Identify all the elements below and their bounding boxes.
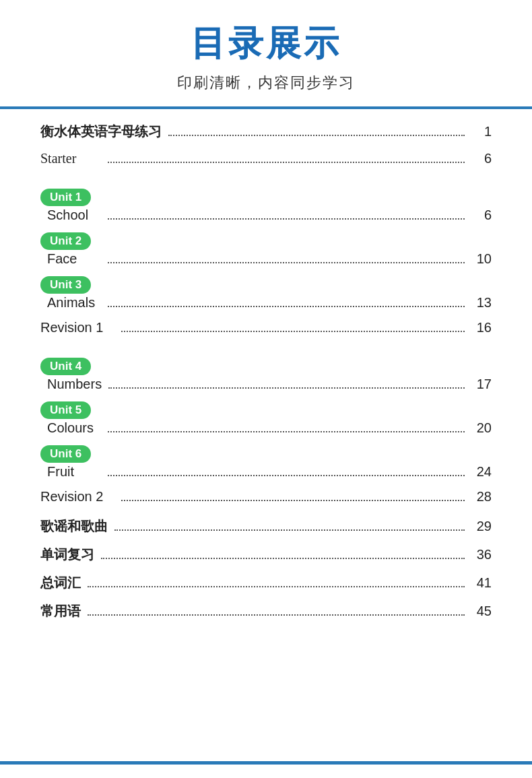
- toc-item-starter: Starter 6: [40, 151, 492, 175]
- unit-sub-label: Face: [47, 251, 101, 267]
- toc-dots: [108, 262, 465, 263]
- page: 目录展示 印刷清晰，内容同步学习 衡水体英语字母练习 1 Starter 6 U…: [0, 0, 532, 778]
- toc-page: 45: [471, 604, 492, 619]
- toc-item-unit6: Unit 6 Fruit 24: [40, 445, 492, 486]
- toc-page: 41: [471, 575, 492, 591]
- toc-label: 总词汇: [40, 574, 81, 592]
- unit-badge: Unit 4: [40, 358, 91, 375]
- toc-dots: [108, 306, 465, 307]
- toc-item-revision2: Revision 2 28: [40, 489, 492, 513]
- toc-dots: [108, 475, 465, 476]
- toc-content: 衡水体英语字母练习 1 Starter 6 Unit 1 School 6: [0, 109, 532, 761]
- toc-item-hanshui: 衡水体英语字母练习 1: [40, 123, 492, 147]
- unit-badge: Unit 1: [40, 189, 91, 206]
- toc-label: Revision 2: [40, 489, 114, 505]
- subtitle: 印刷清晰，内容同步学习: [0, 73, 532, 93]
- unit-sub-label: Animals: [47, 295, 101, 311]
- toc-page: 17: [471, 377, 492, 392]
- toc-dots: [108, 218, 465, 220]
- toc-page: 28: [471, 489, 492, 505]
- toc-dots: [108, 162, 465, 163]
- toc-dots: [88, 586, 465, 587]
- toc-dots: [108, 387, 465, 389]
- toc-label: 歌谣和歌曲: [40, 517, 108, 536]
- toc-dots: [88, 614, 465, 616]
- toc-dots: [114, 529, 465, 531]
- unit-badge: Unit 5: [40, 401, 91, 419]
- toc-page: 36: [471, 547, 492, 562]
- toc-page: 24: [471, 464, 492, 480]
- unit-sub-label: School: [47, 207, 101, 223]
- toc-item-total-vocab: 总词汇 41: [40, 574, 492, 598]
- toc-dots: [121, 331, 465, 332]
- unit-sub-label: Numbers: [47, 377, 102, 392]
- toc-dots: [168, 135, 465, 136]
- toc-page: 6: [471, 151, 492, 166]
- toc-page: 10: [471, 251, 492, 267]
- toc-label: 单词复习: [40, 546, 94, 564]
- toc-item-unit3: Unit 3 Animals 13: [40, 276, 492, 317]
- toc-dots: [101, 558, 465, 559]
- toc-item-unit5: Unit 5 Colours 20: [40, 401, 492, 443]
- toc-item-common-phrases: 常用语 45: [40, 602, 492, 626]
- toc-item-unit1: Unit 1 School 6: [40, 189, 492, 230]
- toc-label: 常用语: [40, 602, 81, 620]
- header: 目录展示 印刷清晰，内容同步学习: [0, 0, 532, 109]
- toc-page: 20: [471, 420, 492, 436]
- toc-page: 29: [471, 519, 492, 534]
- toc-label: Starter: [40, 151, 101, 166]
- toc-dots: [108, 431, 465, 432]
- toc-label: 衡水体英语字母练习: [40, 123, 162, 141]
- unit-badge: Unit 2: [40, 232, 91, 250]
- toc-item-revision1: Revision 1 16: [40, 320, 492, 344]
- toc-page: 13: [471, 295, 492, 311]
- unit-sub-label: Fruit: [47, 464, 101, 480]
- toc-item-unit2: Unit 2 Face 10: [40, 232, 492, 273]
- bottom-blue-line: [0, 761, 532, 765]
- toc-label: Revision 1: [40, 320, 114, 335]
- toc-page: 16: [471, 320, 492, 335]
- toc-item-songs: 歌谣和歌曲 29: [40, 517, 492, 542]
- toc-item-vocab-review: 单词复习 36: [40, 546, 492, 570]
- main-title: 目录展示: [0, 20, 532, 67]
- toc-page: 6: [471, 207, 492, 223]
- unit-badge: Unit 3: [40, 276, 91, 294]
- toc-dots: [121, 500, 465, 501]
- toc-page: 1: [471, 124, 492, 139]
- unit-sub-label: Colours: [47, 420, 101, 436]
- toc-item-unit4: Unit 4 Numbers 17: [40, 358, 492, 399]
- unit-badge: Unit 6: [40, 445, 91, 463]
